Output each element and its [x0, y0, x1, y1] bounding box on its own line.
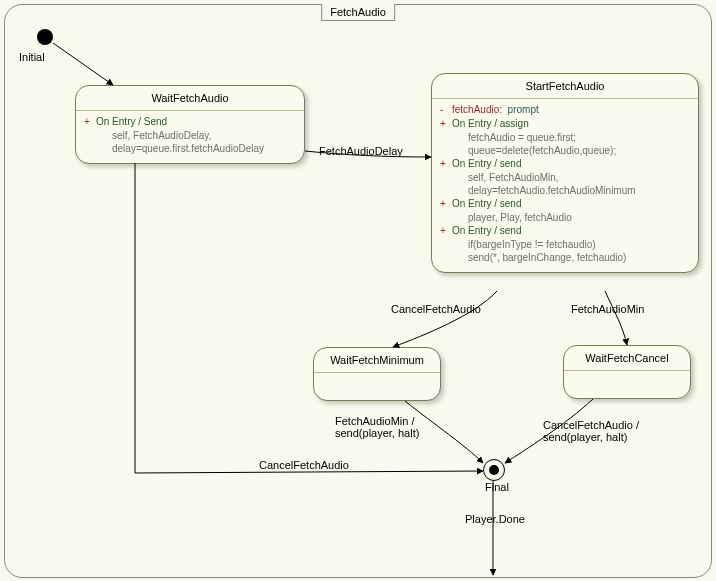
entry-label: On Entry / Send — [96, 115, 167, 129]
composite-state-fetchaudio: FetchAudio Initial WaitFetchAudio +On En… — [4, 4, 712, 578]
state-title: WaitFetchAudio — [76, 86, 304, 111]
state-wait-fetch-audio: WaitFetchAudio +On Entry / Send self, Fe… — [75, 85, 305, 164]
attr-name: fetchAudio: — [452, 104, 502, 115]
entry-sub: self, FetchAudioDelay, delay=queue.first… — [84, 129, 296, 155]
state-body: +On Entry / Send self, FetchAudioDelay, … — [76, 111, 304, 163]
entry-label: On Entry / send — [452, 157, 521, 171]
transition-label: FetchAudioMin — [571, 303, 644, 315]
entry-sub: if(bargeInType != fetchaudio) send(*, ba… — [440, 238, 690, 264]
entry-sub: player, Play, fetchAudio — [440, 211, 690, 224]
final-state — [483, 459, 505, 481]
entry-label: On Entry / assign — [452, 117, 529, 131]
entry-sub: fetchAudio = queue.first; queue=delete(f… — [440, 131, 690, 157]
state-body: - fetchAudio: prompt +On Entry / assign … — [432, 99, 698, 272]
entry-label: On Entry / send — [452, 224, 521, 238]
transition-label: FetchAudioMin / send(player, halt) — [335, 415, 419, 439]
transition-label: CancelFetchAudio — [259, 459, 349, 471]
state-title: WaitFetchMinimum — [314, 348, 440, 373]
state-wait-fetch-cancel: WaitFetchCancel — [563, 345, 691, 399]
transition-label: FetchAudioDelay — [319, 145, 403, 157]
initial-state — [37, 29, 53, 45]
initial-label: Initial — [19, 51, 45, 63]
state-wait-fetch-minimum: WaitFetchMinimum — [313, 347, 441, 401]
transition-label: CancelFetchAudio / send(player, halt) — [543, 419, 639, 443]
transition-label: CancelFetchAudio — [391, 303, 481, 315]
attr-type: prompt — [508, 104, 539, 115]
entry-sub: self, FetchAudioMin, delay=fetchAudio.fe… — [440, 171, 690, 197]
state-title: StartFetchAudio — [432, 74, 698, 99]
state-title: WaitFetchCancel — [564, 346, 690, 371]
transition-label: Player.Done — [465, 513, 525, 525]
final-label: Final — [485, 481, 509, 493]
entry-label: On Entry / send — [452, 197, 521, 211]
state-start-fetch-audio: StartFetchAudio - fetchAudio: prompt +On… — [431, 73, 699, 273]
composite-title: FetchAudio — [321, 4, 395, 21]
